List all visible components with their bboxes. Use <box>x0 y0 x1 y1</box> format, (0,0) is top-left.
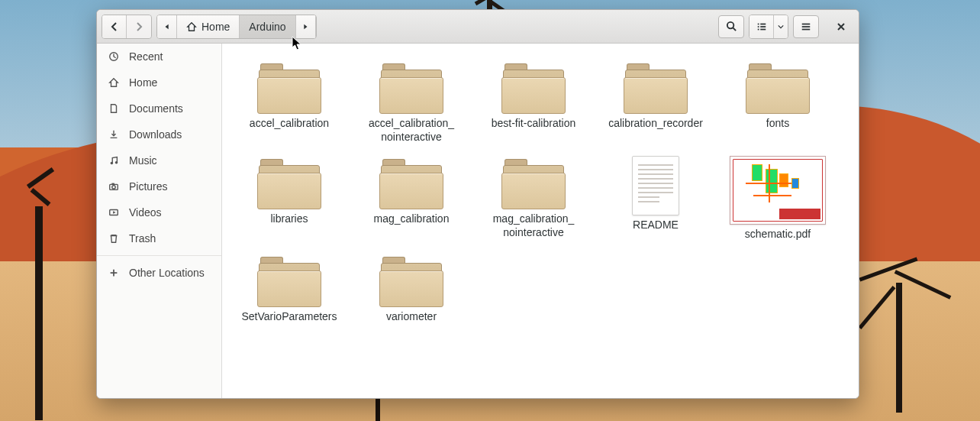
svg-rect-7 <box>760 28 766 30</box>
plus-icon <box>108 267 120 278</box>
icon-view[interactable]: accel_calibrationaccel_calibration_noint… <box>222 44 859 398</box>
sidebar-item-label: Home <box>129 76 157 89</box>
hamburger-icon <box>801 21 811 32</box>
pdf-thumbnail-icon <box>730 156 826 225</box>
path-segment-current[interactable]: Arduino <box>240 15 295 38</box>
sidebar-item-label: Downloads <box>129 128 182 141</box>
svg-rect-4 <box>757 26 759 28</box>
folder-icon <box>501 156 566 209</box>
file-item-label: mag_calibration_nointeractive <box>493 212 575 239</box>
file-item[interactable]: fonts <box>717 57 839 144</box>
folder-icon <box>746 60 810 114</box>
file-item[interactable]: mag_calibration_nointeractive <box>472 153 595 241</box>
sidebar-other-locations[interactable]: Other Locations <box>97 260 221 286</box>
doc-icon <box>108 103 120 114</box>
folder-icon <box>379 156 443 209</box>
folder-icon <box>257 156 321 209</box>
folder-icon <box>257 60 321 114</box>
file-item-label: README <box>633 219 679 232</box>
sidebar-item-recent[interactable]: Recent <box>97 44 221 70</box>
trash-icon <box>108 233 120 244</box>
file-item[interactable]: libraries <box>228 153 350 241</box>
close-window-button[interactable] <box>828 15 854 38</box>
file-item[interactable]: variometer <box>350 251 472 324</box>
file-item-label: SetVarioParameters <box>241 310 337 324</box>
hamburger-menu-button[interactable] <box>793 15 819 38</box>
view-list-button[interactable] <box>750 15 774 38</box>
path-segment-home[interactable]: Home <box>177 15 240 38</box>
search-button[interactable] <box>718 15 744 38</box>
sidebar-item-documents[interactable]: Documents <box>97 96 221 121</box>
header-bar: Home Arduino <box>97 10 859 44</box>
sidebar-item-label: Trash <box>129 232 156 245</box>
file-item-label: accel_calibration_nointeractive <box>369 117 454 144</box>
sidebar-item-label: Recent <box>129 50 163 63</box>
view-controls <box>749 15 788 39</box>
svg-line-1 <box>733 28 736 31</box>
path-prev-button[interactable] <box>157 15 177 38</box>
files-window: Home Arduino <box>96 9 859 399</box>
folder-icon <box>624 60 688 114</box>
view-dropdown-button[interactable] <box>774 15 788 38</box>
list-view-icon <box>756 21 767 32</box>
file-item[interactable]: accel_calibration <box>228 57 350 144</box>
sidebar-item-music[interactable]: Music <box>97 147 221 173</box>
close-icon <box>837 22 846 31</box>
path-segment-label: Home <box>201 21 230 33</box>
svg-rect-5 <box>760 26 766 28</box>
back-button[interactable] <box>102 15 127 38</box>
triangle-right-icon <box>301 23 309 31</box>
download-icon <box>108 129 120 140</box>
svg-rect-16 <box>111 183 114 185</box>
sidebar-item-trash[interactable]: Trash <box>97 225 221 251</box>
svg-rect-6 <box>757 28 759 30</box>
sidebar-item-downloads[interactable]: Downloads <box>97 121 221 147</box>
file-item-label: accel_calibration <box>250 117 329 131</box>
svg-rect-3 <box>760 23 766 24</box>
file-item[interactable]: accel_calibration_nointeractive <box>350 57 472 144</box>
file-item[interactable]: best-fit-calibration <box>472 57 595 144</box>
svg-point-12 <box>111 162 114 165</box>
svg-rect-2 <box>757 23 759 24</box>
folder-icon <box>501 60 566 114</box>
file-item[interactable]: calibration_recorder <box>595 57 717 144</box>
folder-icon <box>379 254 443 307</box>
sidebar-item-label: Pictures <box>129 180 168 193</box>
sidebar-item-pictures[interactable]: Pictures <box>97 173 221 199</box>
file-item[interactable]: schematic.pdf <box>717 153 839 241</box>
sidebar-item-label: Music <box>129 154 157 167</box>
file-item-label: fonts <box>766 117 789 131</box>
chevron-right-icon <box>134 22 143 31</box>
sidebar-item-home[interactable]: Home <box>97 70 221 96</box>
file-item-label: variometer <box>386 310 437 324</box>
home-icon <box>186 21 197 32</box>
sidebar-item-label: Other Locations <box>129 267 205 279</box>
chevron-down-icon <box>778 24 784 30</box>
sidebar-separator <box>97 255 221 256</box>
svg-point-13 <box>115 161 118 164</box>
file-item-label: best-fit-calibration <box>492 117 576 131</box>
triangle-left-icon <box>163 23 171 31</box>
file-item-label: libraries <box>270 212 308 226</box>
path-segment-label: Arduino <box>249 21 285 33</box>
video-icon <box>108 207 120 218</box>
file-item-label: mag_calibration <box>374 212 450 226</box>
svg-rect-8 <box>802 23 811 24</box>
clock-icon <box>108 51 120 62</box>
music-icon <box>108 155 120 166</box>
svg-point-15 <box>112 186 115 189</box>
nav-buttons <box>102 15 152 39</box>
path-bar: Home Arduino <box>156 15 317 39</box>
home-icon <box>108 77 120 88</box>
sidebar-item-videos[interactable]: Videos <box>97 199 221 225</box>
file-item[interactable]: README <box>595 153 717 241</box>
camera-icon <box>108 181 120 192</box>
file-item[interactable]: SetVarioParameters <box>228 251 350 324</box>
search-icon <box>726 21 737 32</box>
file-item[interactable]: mag_calibration <box>350 153 472 241</box>
folder-icon <box>379 60 443 114</box>
file-item-label: schematic.pdf <box>745 228 811 241</box>
text-file-icon <box>632 156 679 215</box>
forward-button[interactable] <box>127 15 151 38</box>
path-next-button[interactable] <box>296 15 316 38</box>
